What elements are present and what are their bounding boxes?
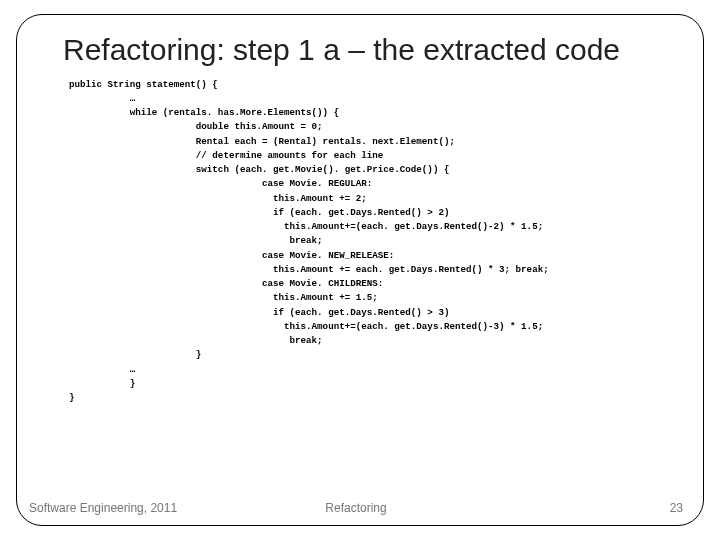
code-line: this.Amount += each. get.Days.Rented() *… xyxy=(69,264,549,275)
code-line: this.Amount+=(each. get.Days.Rented()-3)… xyxy=(69,321,543,332)
code-line: double this.Amount = 0; xyxy=(69,121,323,132)
code-line: if (each. get.Days.Rented() > 2) xyxy=(69,207,449,218)
code-line: break; xyxy=(69,335,323,346)
slide-frame: Refactoring: step 1 a – the extracted co… xyxy=(16,14,704,526)
slide-title: Refactoring: step 1 a – the extracted co… xyxy=(63,33,679,68)
footer: Software Engineering, 2011 Refactoring 2… xyxy=(29,501,683,515)
code-line: if (each. get.Days.Rented() > 3) xyxy=(69,307,449,318)
code-line: this.Amount += 1.5; xyxy=(69,292,378,303)
code-line: } xyxy=(69,349,201,360)
code-line: Rental each = (Rental) rentals. next.Ele… xyxy=(69,136,455,147)
code-line: case Movie. NEW_RELEASE: xyxy=(69,250,394,261)
code-line: this.Amount += 2; xyxy=(69,193,367,204)
code-line: … xyxy=(69,93,135,104)
code-line: } xyxy=(69,378,135,389)
code-line: switch (each. get.Movie(). get.Price.Cod… xyxy=(69,164,449,175)
code-line: // determine amounts for each line xyxy=(69,150,383,161)
code-line: public String statement() { xyxy=(69,79,218,90)
code-line: } xyxy=(69,392,75,403)
footer-left: Software Engineering, 2011 xyxy=(29,501,177,515)
code-line: this.Amount+=(each. get.Days.Rented()-2)… xyxy=(69,221,543,232)
code-line: case Movie. CHILDRENS: xyxy=(69,278,383,289)
code-block: public String statement() { … while (ren… xyxy=(69,78,679,406)
footer-page-number: 23 xyxy=(670,501,683,515)
code-line: while (rentals. has.More.Elements()) { xyxy=(69,107,339,118)
slide: Refactoring: step 1 a – the extracted co… xyxy=(0,0,720,540)
code-line: case Movie. REGULAR: xyxy=(69,178,372,189)
code-line: … xyxy=(69,364,135,375)
code-line: break; xyxy=(69,235,323,246)
